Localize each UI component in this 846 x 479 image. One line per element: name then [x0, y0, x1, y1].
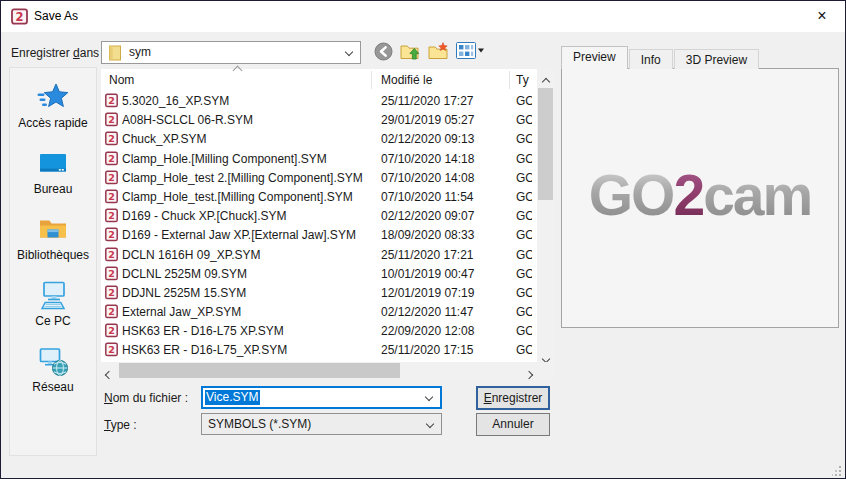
- file-row[interactable]: 2 HSK63 ER - D16-L75_XP.SYM 25/11/2020 1…: [101, 340, 537, 359]
- sidebar-item-libraries[interactable]: Bibliothèques: [10, 213, 96, 262]
- go2cam-file-icon: 2: [105, 208, 118, 223]
- list-header: Nom Modifié le Ty: [101, 69, 537, 91]
- file-row[interactable]: 2 D169 - External Jaw XP.[External Jaw].…: [101, 225, 537, 244]
- file-row[interactable]: 2 DCLN 1616H 09_XP.SYM 25/11/2020 17:21 …: [101, 245, 537, 264]
- file-modified: 02/12/2020 09:07: [381, 209, 474, 223]
- file-name: DCLNL 2525M 09.SYM: [122, 267, 247, 281]
- sidebar-item-network[interactable]: Réseau: [10, 345, 96, 394]
- up-one-level-button[interactable]: [399, 41, 422, 64]
- column-header-name[interactable]: Nom: [109, 73, 134, 87]
- file-row[interactable]: 2 D169 - Chuck XP.[Chuck].SYM 02/12/2020…: [101, 206, 537, 225]
- file-type: GO: [516, 209, 532, 223]
- file-modified: 29/01/2019 05:27: [381, 113, 474, 127]
- back-icon: [374, 50, 393, 64]
- filename-input[interactable]: Vice.SYM: [201, 386, 442, 409]
- title-bar[interactable]: 2 Save As ×: [1, 1, 845, 32]
- go2cam-file-icon: 2: [105, 285, 118, 300]
- go2cam-file-icon: 2: [105, 227, 118, 242]
- sidebar-item-quick-access[interactable]: Accès rapide: [10, 81, 96, 130]
- file-type: GO: [516, 132, 532, 146]
- file-row[interactable]: 2 5.3020_16_XP.SYM 25/11/2020 17:27 GO: [101, 91, 537, 110]
- preview-tabs: PreviewInfo3D Preview: [561, 46, 760, 69]
- file-row[interactable]: 2 Chuck_XP.SYM 02/12/2020 09:13 GO: [101, 129, 537, 148]
- go2cam-logo: GO2cam: [562, 167, 838, 224]
- sidebar-item-desktop[interactable]: Bureau: [10, 147, 96, 196]
- column-separator[interactable]: [371, 71, 372, 89]
- file-type: GO: [516, 248, 532, 262]
- new-folder-button[interactable]: [427, 41, 450, 64]
- file-type: GO: [516, 94, 532, 108]
- this-pc-icon: [37, 279, 69, 311]
- go2cam-file-icon: 2: [105, 323, 118, 338]
- file-name: External Jaw_XP.SYM: [122, 305, 241, 319]
- vertical-scroll-thumb[interactable]: [538, 88, 553, 200]
- svg-text:2: 2: [108, 268, 115, 279]
- view-menu-icon: [456, 48, 484, 62]
- scroll-up-icon[interactable]: [537, 69, 554, 85]
- file-row[interactable]: 2 A08H-SCLCL 06-R.SYM 29/01/2019 05:27 G…: [101, 110, 537, 129]
- tab-preview[interactable]: Preview: [561, 46, 628, 69]
- file-modified: 12/01/2019 07:19: [381, 286, 474, 300]
- save-button[interactable]: Enregistrer: [476, 386, 550, 410]
- file-type: GO: [516, 171, 532, 185]
- file-row[interactable]: 2 External Jaw_XP.SYM 02/12/2020 11:47 G…: [101, 302, 537, 321]
- svg-text:2: 2: [108, 95, 115, 106]
- file-row[interactable]: 2 DDJNL 2525M 15.SYM 12/01/2019 07:19 GO: [101, 283, 537, 302]
- scroll-right-icon[interactable]: [521, 362, 537, 379]
- go2cam-file-icon: 2: [105, 131, 118, 146]
- sort-asc-icon: [233, 66, 243, 76]
- file-type: GO: [516, 324, 532, 338]
- column-separator[interactable]: [509, 71, 510, 89]
- tab-info[interactable]: Info: [629, 49, 673, 69]
- go2cam-file-icon: 2: [105, 342, 118, 357]
- horizontal-scrollbar[interactable]: [101, 362, 537, 379]
- scroll-down-icon[interactable]: [537, 346, 554, 362]
- file-modified: 10/01/2019 00:47: [381, 267, 474, 281]
- svg-text:2: 2: [108, 306, 115, 317]
- chevron-down-icon[interactable]: [426, 420, 434, 428]
- file-modified: 25/11/2020 17:15: [381, 343, 474, 357]
- column-header-type[interactable]: Ty: [516, 73, 529, 87]
- go2cam-file-icon: 2: [105, 247, 118, 262]
- file-row[interactable]: 2 HSK63 ER - D16-L75 XP.SYM 22/09/2020 1…: [101, 321, 537, 340]
- file-name: Clamp_Hole.[Milling Component].SYM: [122, 152, 327, 166]
- cancel-button[interactable]: Annuler: [476, 413, 550, 436]
- file-modified: 02/12/2020 09:13: [381, 132, 474, 146]
- file-type: GO: [516, 152, 532, 166]
- file-modified: 02/12/2020 11:47: [381, 305, 474, 319]
- view-menu-button[interactable]: [455, 41, 485, 63]
- file-modified: 25/11/2020 17:21: [381, 248, 474, 262]
- up-folder-icon: [400, 49, 421, 63]
- file-row[interactable]: 2 DCLNL 2525M 09.SYM 10/01/2019 00:47 GO: [101, 264, 537, 283]
- folder-icon: [108, 45, 123, 64]
- file-row[interactable]: 2 Clamp_Hole_test 2.[Milling Component].…: [101, 168, 537, 187]
- sidebar-item-this-pc[interactable]: Ce PC: [10, 279, 96, 328]
- file-modified: 07/10/2020 11:54: [381, 190, 474, 204]
- go2cam-file-icon: 2: [105, 112, 118, 127]
- location-combobox[interactable]: sym: [101, 41, 361, 64]
- file-type: GO: [516, 190, 532, 204]
- back-button[interactable]: [373, 41, 394, 65]
- chevron-down-icon[interactable]: [425, 393, 433, 401]
- file-type: GO: [516, 267, 532, 281]
- file-row[interactable]: 2 Clamp_Hole.[Milling Component].SYM 07/…: [101, 149, 537, 168]
- column-header-modified[interactable]: Modifié le: [381, 73, 432, 87]
- filetype-combobox[interactable]: SYMBOLS (*.SYM): [201, 413, 442, 435]
- file-row[interactable]: 2 Clamp_Hole_test.[Milling Component].SY…: [101, 187, 537, 206]
- go2cam-file-icon: 2: [105, 304, 118, 319]
- filename-value: Vice.SYM: [205, 390, 260, 405]
- close-icon[interactable]: ×: [809, 1, 835, 32]
- file-name: Chuck_XP.SYM: [122, 132, 207, 146]
- tab-3d-preview[interactable]: 3D Preview: [674, 49, 759, 69]
- file-modified: 07/10/2020 14:18: [381, 152, 474, 166]
- chevron-down-icon[interactable]: [345, 48, 353, 56]
- horizontal-scroll-thumb[interactable]: [119, 363, 400, 378]
- file-name: Clamp_Hole_test.[Milling Component].SYM: [122, 190, 353, 204]
- scroll-left-icon[interactable]: [101, 362, 117, 379]
- vertical-scrollbar[interactable]: [537, 69, 554, 362]
- file-type: GO: [516, 305, 532, 319]
- resize-grip[interactable]: [832, 465, 842, 475]
- go2cam-file-icon: 2: [105, 151, 118, 166]
- go2cam-app-icon: 2: [11, 8, 28, 25]
- svg-text:2: 2: [108, 211, 115, 222]
